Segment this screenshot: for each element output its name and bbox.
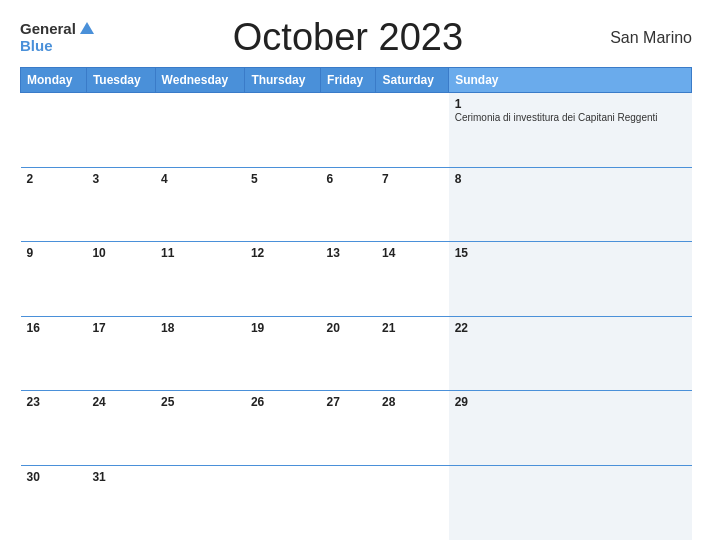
day-number: 4 [161, 172, 239, 186]
col-saturday: Saturday [376, 68, 449, 93]
day-number: 23 [27, 395, 81, 409]
calendar-cell: 18 [155, 316, 245, 391]
col-friday: Friday [321, 68, 376, 93]
calendar-week-row: 23242526272829 [21, 391, 692, 466]
event-text: Cerimonia di investitura dei Capitani Re… [455, 112, 658, 123]
day-number: 15 [455, 246, 686, 260]
calendar-header-row: Monday Tuesday Wednesday Thursday Friday… [21, 68, 692, 93]
day-number: 7 [382, 172, 443, 186]
calendar-cell [21, 93, 87, 168]
day-number: 26 [251, 395, 315, 409]
calendar-cell: 6 [321, 167, 376, 242]
day-number: 16 [27, 321, 81, 335]
day-number: 17 [92, 321, 149, 335]
day-number: 11 [161, 246, 239, 260]
calendar-week-row: 16171819202122 [21, 316, 692, 391]
calendar-cell: 17 [86, 316, 155, 391]
calendar-week-row: 1Cerimonia di investitura dei Capitani R… [21, 93, 692, 168]
day-number: 13 [327, 246, 370, 260]
calendar-cell: 1Cerimonia di investitura dei Capitani R… [449, 93, 692, 168]
calendar-cell: 9 [21, 242, 87, 317]
calendar-cell: 20 [321, 316, 376, 391]
day-number: 12 [251, 246, 315, 260]
day-number: 18 [161, 321, 239, 335]
day-number: 6 [327, 172, 370, 186]
day-number: 31 [92, 470, 149, 484]
calendar-cell: 28 [376, 391, 449, 466]
calendar-cell: 8 [449, 167, 692, 242]
calendar-cell: 29 [449, 391, 692, 466]
calendar-cell: 5 [245, 167, 321, 242]
calendar-cell: 27 [321, 391, 376, 466]
day-number: 10 [92, 246, 149, 260]
calendar-cell: 4 [155, 167, 245, 242]
calendar-cell: 7 [376, 167, 449, 242]
calendar-cell: 30 [21, 465, 87, 540]
calendar-cell [155, 465, 245, 540]
calendar-cell: 15 [449, 242, 692, 317]
calendar-cell: 11 [155, 242, 245, 317]
logo-blue-text: Blue [20, 38, 53, 55]
calendar-table: Monday Tuesday Wednesday Thursday Friday… [20, 67, 692, 540]
calendar-cell: 22 [449, 316, 692, 391]
calendar-cell: 25 [155, 391, 245, 466]
day-number: 1 [455, 97, 686, 111]
calendar-cell: 10 [86, 242, 155, 317]
calendar-cell: 2 [21, 167, 87, 242]
calendar-title: October 2023 [94, 16, 602, 59]
day-number: 21 [382, 321, 443, 335]
calendar-cell: 31 [86, 465, 155, 540]
calendar-cell: 23 [21, 391, 87, 466]
calendar-cell: 13 [321, 242, 376, 317]
logo-general-text: General [20, 21, 76, 38]
calendar-cell [376, 93, 449, 168]
calendar-cell: 14 [376, 242, 449, 317]
calendar-cell: 19 [245, 316, 321, 391]
calendar-cell [155, 93, 245, 168]
col-sunday: Sunday [449, 68, 692, 93]
calendar-cell: 24 [86, 391, 155, 466]
day-number: 2 [27, 172, 81, 186]
day-number: 28 [382, 395, 443, 409]
logo: General Blue [20, 21, 94, 54]
day-number: 5 [251, 172, 315, 186]
calendar-cell [376, 465, 449, 540]
col-monday: Monday [21, 68, 87, 93]
calendar-header: General Blue October 2023 San Marino [20, 16, 692, 59]
calendar-week-row: 3031 [21, 465, 692, 540]
calendar-week-row: 2345678 [21, 167, 692, 242]
day-number: 19 [251, 321, 315, 335]
col-tuesday: Tuesday [86, 68, 155, 93]
day-number: 25 [161, 395, 239, 409]
calendar-cell [321, 93, 376, 168]
country-name: San Marino [602, 29, 692, 47]
calendar-cell: 12 [245, 242, 321, 317]
day-number: 30 [27, 470, 81, 484]
calendar-cell [245, 93, 321, 168]
day-number: 3 [92, 172, 149, 186]
day-number: 27 [327, 395, 370, 409]
day-number: 24 [92, 395, 149, 409]
day-number: 9 [27, 246, 81, 260]
calendar-cell [449, 465, 692, 540]
day-number: 8 [455, 172, 686, 186]
col-thursday: Thursday [245, 68, 321, 93]
calendar-body: 1Cerimonia di investitura dei Capitani R… [21, 93, 692, 541]
calendar-cell [86, 93, 155, 168]
logo-triangle-icon [80, 22, 94, 34]
day-number: 20 [327, 321, 370, 335]
day-number: 22 [455, 321, 686, 335]
day-number: 14 [382, 246, 443, 260]
calendar-cell: 21 [376, 316, 449, 391]
calendar-cell [321, 465, 376, 540]
calendar-page: General Blue October 2023 San Marino Mon… [0, 0, 712, 550]
calendar-cell: 26 [245, 391, 321, 466]
day-number: 29 [455, 395, 686, 409]
calendar-cell: 3 [86, 167, 155, 242]
calendar-week-row: 9101112131415 [21, 242, 692, 317]
col-wednesday: Wednesday [155, 68, 245, 93]
calendar-cell [245, 465, 321, 540]
calendar-cell: 16 [21, 316, 87, 391]
